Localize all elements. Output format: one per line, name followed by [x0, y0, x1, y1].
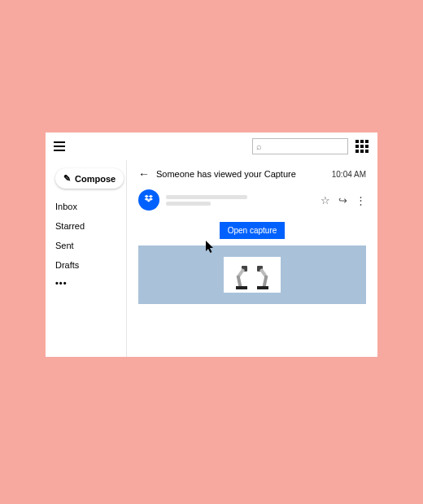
sender-placeholder — [166, 195, 314, 206]
search-box[interactable]: ⌕ — [252, 138, 348, 154]
email-app-window: ⌕ ✎ Compose Inbox Starred Sent Drafts ••… — [46, 133, 377, 357]
pencil-icon: ✎ — [63, 173, 71, 184]
capture-preview[interactable] — [138, 245, 366, 304]
menu-icon[interactable] — [54, 139, 68, 154]
preview-thumbnail — [224, 257, 281, 293]
open-button-row: Open capture — [138, 222, 366, 239]
sender-row: ☆ ↪ ⋮ — [138, 189, 366, 211]
avatar — [138, 189, 159, 211]
message-header: ← Someone has viewed your Capture 10:04 … — [138, 168, 366, 180]
message-pane: ← Someone has viewed your Capture 10:04 … — [127, 160, 377, 357]
reply-icon[interactable]: ↪ — [338, 194, 347, 206]
message-actions: ☆ ↪ ⋮ — [321, 194, 366, 206]
topbar: ⌕ — [46, 133, 377, 160]
open-capture-button[interactable]: Open capture — [220, 222, 286, 239]
sidebar-item-drafts[interactable]: Drafts — [55, 259, 118, 272]
robot-left-graphic — [233, 265, 250, 289]
message-time: 10:04 AM — [332, 170, 366, 179]
sidebar: ✎ Compose Inbox Starred Sent Drafts ••• — [46, 160, 127, 357]
back-arrow-icon[interactable]: ← — [138, 168, 150, 180]
star-icon[interactable]: ☆ — [321, 194, 330, 206]
sidebar-item-inbox[interactable]: Inbox — [55, 200, 118, 213]
compose-button[interactable]: ✎ Compose — [55, 168, 124, 189]
message-subject: Someone has viewed your Capture — [156, 169, 325, 179]
search-input[interactable] — [265, 142, 344, 151]
dropbox-logo-icon — [142, 193, 155, 206]
compose-label: Compose — [75, 174, 116, 184]
apps-grid-icon[interactable] — [355, 139, 369, 154]
app-body: ✎ Compose Inbox Starred Sent Drafts ••• … — [46, 160, 377, 357]
sidebar-item-starred[interactable]: Starred — [55, 219, 118, 232]
sidebar-item-sent[interactable]: Sent — [55, 239, 118, 252]
search-icon: ⌕ — [256, 141, 262, 151]
more-icon[interactable]: ⋮ — [355, 194, 366, 206]
sidebar-more-icon[interactable]: ••• — [55, 278, 118, 288]
robot-right-graphic — [255, 265, 271, 289]
